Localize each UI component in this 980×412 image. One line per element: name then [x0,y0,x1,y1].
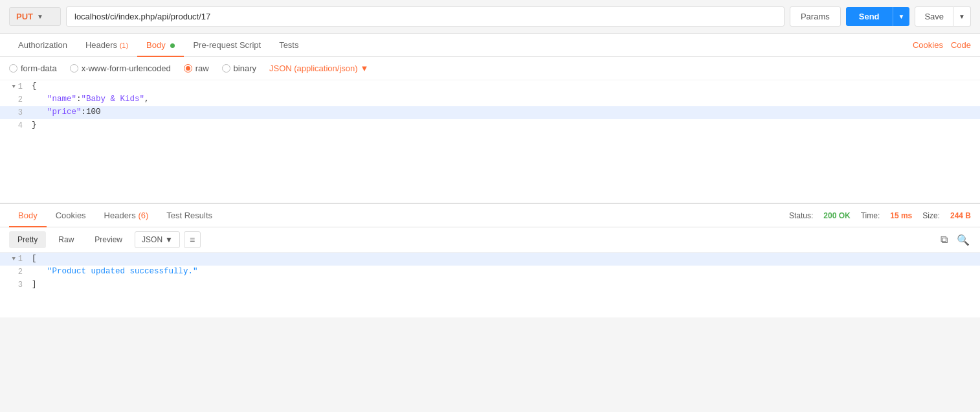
response-code-line: 3] [0,279,980,292]
response-body-tab-label: Body [18,211,38,220]
request-tabs: Authorization Headers (1) Body Pre-reque… [0,34,980,57]
raw-option[interactable]: raw [184,63,209,73]
raw-button[interactable]: Raw [50,231,82,248]
size-label: Size: [922,211,940,220]
urlencoded-radio[interactable] [70,64,78,73]
method-button[interactable]: PUT ▼ [9,7,61,26]
json-type-chevron-icon: ▼ [361,63,369,73]
wrap-button[interactable]: ≡ [184,231,201,248]
format-selector[interactable]: JSON ▼ [135,231,180,248]
method-label: PUT [16,12,33,21]
urlencoded-label: x-www-form-urlencoded [82,63,171,73]
tab-body[interactable]: Body [137,34,184,56]
preview-button[interactable]: Preview [86,231,131,248]
response-headers-tab-label: Headers [104,211,136,220]
tab-right-links: Cookies Code [913,40,971,50]
save-dropdown-button[interactable]: ▼ [953,6,971,27]
response-cookies-tab-label: Cookies [56,211,86,220]
response-tabs: Body Cookies Headers (6) Test Results St… [0,203,980,227]
response-code-editor[interactable]: ▼1[2"Product updated successfully."3] [0,253,980,317]
binary-radio[interactable] [222,64,230,73]
code-link[interactable]: Code [951,40,971,50]
status-label: Status: [789,211,813,220]
line-arrow-icon: ▼ [12,84,15,90]
response-meta: Status: 200 OK Time: 15 ms Size: 244 B [789,211,971,220]
tab-tests[interactable]: Tests [270,34,307,56]
cookies-link[interactable]: Cookies [913,40,943,50]
send-group: Send ▼ [846,7,910,26]
send-button[interactable]: Send [846,7,893,26]
urlencoded-option[interactable]: x-www-form-urlencoded [70,63,171,73]
tab-headers[interactable]: Headers (1) [76,34,137,56]
method-chevron-icon: ▼ [37,13,43,20]
response-toolbar-right: ⧉ 🔍 [939,233,971,247]
tab-prerequest[interactable]: Pre-request Script [184,34,270,56]
tab-authorization[interactable]: Authorization [9,34,76,56]
format-chevron-icon: ▼ [165,235,173,244]
save-button[interactable]: Save [915,6,953,27]
binary-option[interactable]: binary [222,63,256,73]
raw-radio[interactable] [184,64,192,73]
response-tab-cookies[interactable]: Cookies [47,204,95,227]
response-code-line: 2"Product updated successfully." [0,266,980,279]
request-code-line: 3"price":100 [0,106,980,119]
format-label: JSON [142,235,162,244]
json-type-selector[interactable]: JSON (application/json) ▼ [269,63,368,73]
params-button[interactable]: Params [790,6,841,27]
line-arrow-icon: ▼ [12,256,15,262]
response-headers-badge: (6) [138,211,148,220]
save-group: Save ▼ [915,6,971,27]
response-code-line: ▼1[ [0,253,980,266]
time-label: Time: [861,211,880,220]
response-toolbar: Pretty Raw Preview JSON ▼ ≡ ⧉ 🔍 [0,227,980,253]
body-dot-icon [170,43,175,48]
body-options: form-data x-www-form-urlencoded raw bina… [0,57,980,80]
headers-badge: (1) [120,41,128,49]
form-data-option[interactable]: form-data [9,63,57,73]
pretty-button[interactable]: Pretty [9,231,46,248]
send-dropdown-button[interactable]: ▼ [893,7,910,26]
search-icon[interactable]: 🔍 [955,233,971,247]
form-data-label: form-data [21,63,57,73]
response-tab-headers[interactable]: Headers (6) [95,204,158,227]
request-code-line: 4} [0,119,980,132]
size-value: 244 B [950,211,971,220]
raw-label: raw [195,63,209,73]
copy-icon[interactable]: ⧉ [939,233,949,247]
request-code-line: 2"name":"Baby & Kids", [0,93,980,106]
response-tab-body[interactable]: Body [9,204,47,227]
binary-label: binary [234,63,256,73]
form-data-radio[interactable] [9,64,17,73]
url-input[interactable] [66,6,785,27]
response-tab-test-results[interactable]: Test Results [157,204,221,227]
request-code-line: ▼1{ [0,80,980,93]
status-value: 200 OK [823,211,850,220]
request-code-editor[interactable]: ▼1{2"name":"Baby & Kids",3"price":1004} [0,80,980,203]
time-value: 15 ms [890,211,912,220]
response-test-tab-label: Test Results [166,211,212,220]
json-type-label: JSON (application/json) [269,63,358,73]
top-bar: PUT ▼ Params Send ▼ Save ▼ [0,0,980,34]
